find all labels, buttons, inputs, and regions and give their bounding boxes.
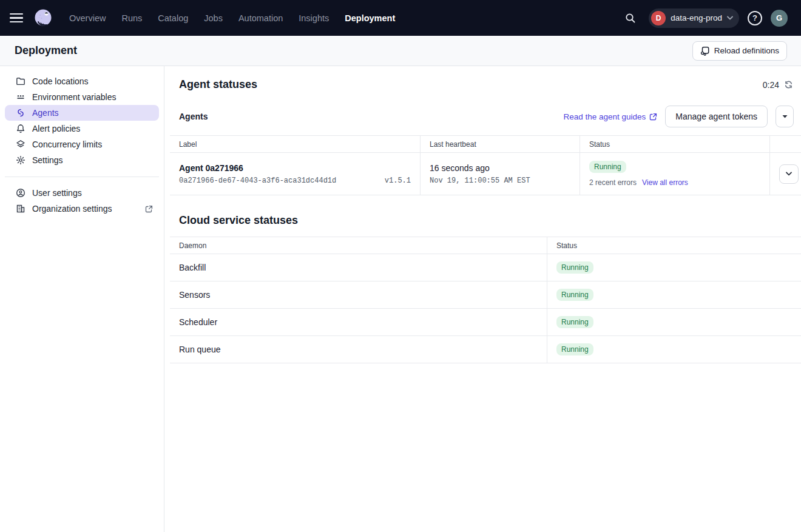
daemon-row-scheduler: Scheduler Running bbox=[170, 309, 801, 336]
sidebar-item-label: Alert policies bbox=[32, 124, 80, 133]
sidebar-item-organization-settings[interactable]: Organization settings bbox=[5, 201, 159, 217]
deployment-switcher[interactable]: D data-eng-prod bbox=[649, 8, 739, 28]
agent-version: v1.5.1 bbox=[385, 177, 411, 185]
agent-name: Agent 0a271966 bbox=[179, 163, 411, 173]
agent-statuses-title: Agent statuses bbox=[179, 78, 257, 91]
sidebar-item-code-locations[interactable]: Code locations bbox=[5, 73, 159, 89]
code-location-icon bbox=[700, 46, 710, 56]
nav-item-catalog[interactable]: Catalog bbox=[155, 10, 191, 27]
daemon-name: Run queue bbox=[170, 336, 547, 363]
sidebar-item-label: Environment variables bbox=[32, 92, 117, 102]
view-all-errors-link[interactable]: View all errors bbox=[642, 178, 688, 187]
user-avatar[interactable]: G bbox=[771, 10, 788, 27]
user-circle-icon bbox=[16, 188, 25, 198]
folder-icon bbox=[16, 76, 25, 86]
top-nav: Overview Runs Catalog Jobs Automation In… bbox=[0, 0, 801, 36]
sidebar-item-alert-policies[interactable]: Alert policies bbox=[5, 121, 159, 136]
nav-item-runs[interactable]: Runs bbox=[119, 10, 144, 27]
gear-icon bbox=[16, 155, 25, 165]
sidebar-item-concurrency-limits[interactable]: Concurrency limits bbox=[5, 136, 159, 152]
layers-icon bbox=[16, 140, 25, 149]
daemon-row-run-queue: Run queue Running bbox=[170, 336, 801, 363]
agent-table-row: Agent 0a271966 0a271966-de67-4043-a3f6-a… bbox=[170, 153, 801, 195]
manage-agent-tokens-button[interactable]: Manage agent tokens bbox=[665, 106, 768, 127]
agents-toolbar: Agents Read the agent guides Manage agen… bbox=[164, 91, 801, 127]
status-badge: Running bbox=[556, 289, 593, 301]
agent-expand-cell bbox=[769, 153, 801, 195]
column-header-expand bbox=[769, 136, 801, 152]
help-button[interactable]: ? bbox=[748, 11, 762, 25]
bell-icon bbox=[16, 124, 25, 133]
cloud-table-header: Daemon Status bbox=[170, 237, 801, 254]
agents-heading: Agents bbox=[179, 112, 208, 121]
env-vars-icon bbox=[16, 92, 25, 102]
deployment-name: data-eng-prod bbox=[671, 13, 722, 22]
sidebar-item-label: Organization settings bbox=[32, 204, 112, 214]
sidebar-item-agents[interactable]: Agents bbox=[5, 105, 159, 121]
agent-label-cell: Agent 0a271966 0a271966-de67-4043-a3f6-a… bbox=[170, 153, 420, 195]
daemon-row-backfill: Backfill Running bbox=[170, 254, 801, 281]
refresh-icon[interactable] bbox=[784, 80, 793, 89]
building-icon bbox=[16, 204, 25, 214]
status-badge: Running bbox=[589, 161, 626, 173]
status-badge: Running bbox=[556, 316, 593, 328]
daemon-name: Sensors bbox=[170, 281, 547, 308]
sidebar-item-environment-variables[interactable]: Environment variables bbox=[5, 89, 159, 105]
chevron-down-icon bbox=[727, 16, 733, 20]
agent-icon bbox=[16, 108, 25, 118]
main-content: Agent statuses 0:24 Agents Read the agen… bbox=[164, 66, 801, 532]
cloud-service-statuses-title: Cloud service statuses bbox=[179, 214, 298, 226]
column-header-status: Status bbox=[580, 136, 769, 152]
column-header-status: Status bbox=[547, 237, 801, 254]
page-title: Deployment bbox=[15, 44, 77, 57]
sidebar-item-label: Agents bbox=[32, 108, 59, 118]
external-link-icon bbox=[145, 205, 153, 213]
page-header: Deployment Reload definitions bbox=[0, 36, 801, 66]
column-header-label: Label bbox=[170, 136, 420, 152]
search-button[interactable] bbox=[621, 8, 640, 28]
agent-expand-button[interactable] bbox=[779, 164, 799, 184]
sidebar-item-label: Code locations bbox=[32, 76, 89, 86]
daemon-name: Scheduler bbox=[170, 309, 547, 335]
nav-item-jobs[interactable]: Jobs bbox=[201, 10, 225, 27]
agent-heartbeat-cell: 16 seconds ago Nov 19, 11:00:55 AM EST bbox=[420, 153, 580, 195]
countdown-value: 0:24 bbox=[763, 80, 779, 90]
agent-id: 0a271966-de67-4043-a3f6-aca31dc44d1d bbox=[179, 177, 336, 185]
agent-guides-link[interactable]: Read the agent guides bbox=[563, 112, 657, 121]
heartbeat-timestamp: Nov 19, 11:00:55 AM EST bbox=[430, 177, 570, 185]
deployment-initial-badge: D bbox=[651, 11, 666, 25]
search-icon bbox=[625, 13, 636, 24]
primary-nav: Overview Runs Catalog Jobs Automation In… bbox=[67, 10, 397, 27]
reload-definitions-button[interactable]: Reload definitions bbox=[692, 41, 787, 61]
nav-item-overview[interactable]: Overview bbox=[67, 10, 108, 27]
column-header-daemon: Daemon bbox=[170, 237, 547, 254]
agents-table: Label Last heartbeat Status Agent 0a2719… bbox=[170, 135, 801, 195]
cloud-services-table: Daemon Status Backfill Running Sensors R… bbox=[170, 237, 801, 363]
status-badge: Running bbox=[556, 261, 593, 274]
dagster-logo-icon[interactable] bbox=[32, 7, 55, 30]
daemon-name: Backfill bbox=[170, 254, 547, 281]
deployment-sidebar: Code locations Environment variables Age… bbox=[0, 66, 164, 532]
nav-item-insights[interactable]: Insights bbox=[296, 10, 331, 27]
agent-status-cell: Running 2 recent errors View all errors bbox=[580, 153, 769, 195]
sidebar-item-label: Settings bbox=[32, 155, 63, 165]
sidebar-item-user-settings[interactable]: User settings bbox=[5, 185, 159, 201]
heartbeat-relative: 16 seconds ago bbox=[430, 163, 570, 173]
daemon-row-sensors: Sensors Running bbox=[170, 281, 801, 309]
nav-item-deployment[interactable]: Deployment bbox=[342, 10, 397, 27]
sidebar-item-label: Concurrency limits bbox=[32, 140, 102, 149]
question-mark-icon: ? bbox=[752, 13, 757, 22]
sidebar-item-settings[interactable]: Settings bbox=[5, 152, 159, 168]
hamburger-menu-icon[interactable] bbox=[10, 11, 24, 25]
agents-more-actions-button[interactable] bbox=[776, 106, 794, 127]
sidebar-divider bbox=[5, 177, 159, 177]
external-link-icon bbox=[649, 113, 657, 121]
caret-down-icon bbox=[782, 115, 788, 118]
agents-table-header: Label Last heartbeat Status bbox=[170, 136, 801, 153]
refresh-countdown: 0:24 bbox=[763, 80, 793, 90]
nav-item-automation[interactable]: Automation bbox=[236, 10, 285, 27]
chevron-down-icon bbox=[786, 172, 792, 176]
sidebar-item-label: User settings bbox=[32, 188, 82, 198]
column-header-last-heartbeat: Last heartbeat bbox=[420, 136, 580, 152]
recent-errors-count: 2 recent errors bbox=[589, 178, 637, 187]
